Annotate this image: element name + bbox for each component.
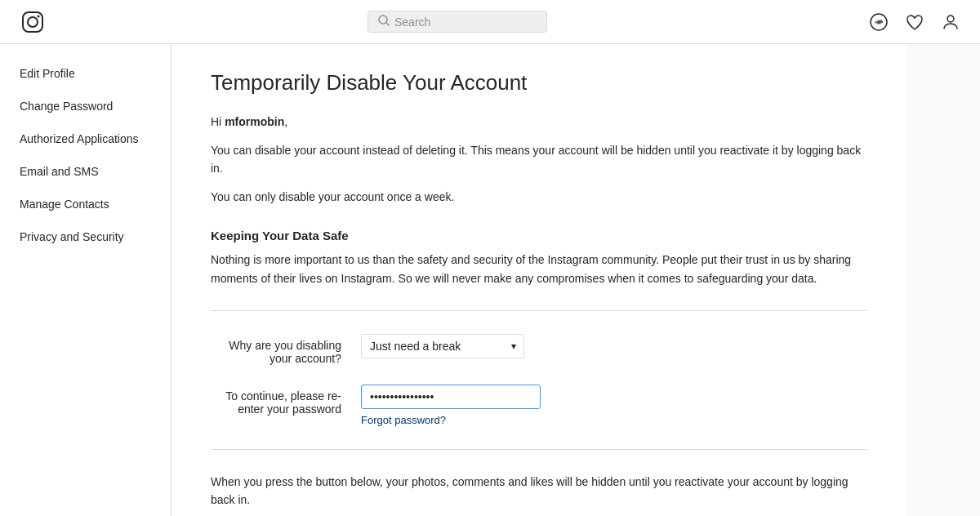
page-title: Temporarily Disable Your Account xyxy=(211,70,867,96)
forgot-password-link[interactable]: Forgot password? xyxy=(361,414,590,426)
divider-top xyxy=(211,310,867,311)
sidebar: Edit Profile Change Password Authorized … xyxy=(0,44,172,516)
greeting-suffix: , xyxy=(284,115,287,128)
top-navigation xyxy=(0,0,980,44)
greeting-text: Hi mformobin, xyxy=(211,115,867,128)
keeping-safe-title: Keeping Your Data Safe xyxy=(211,229,867,242)
reason-select[interactable]: Just need a break Too busy / too distrac… xyxy=(361,334,524,358)
search-input[interactable] xyxy=(394,16,537,29)
search-bar[interactable] xyxy=(368,11,547,33)
reason-dropdown[interactable]: Just need a break Too busy / too distrac… xyxy=(361,334,524,358)
keeping-safe-text: Nothing is more important to us than the… xyxy=(211,251,867,287)
svg-point-8 xyxy=(947,16,954,22)
sidebar-item-privacy-security[interactable]: Privacy and Security xyxy=(0,220,171,253)
divider-bottom xyxy=(211,449,867,450)
profile-icon[interactable] xyxy=(941,12,960,32)
sidebar-item-email-sms[interactable]: Email and SMS xyxy=(0,155,171,188)
description-2: You can only disable your account once a… xyxy=(211,188,867,206)
svg-point-2 xyxy=(38,15,40,17)
description-1: You can disable your account instead of … xyxy=(211,141,867,178)
compass-icon[interactable] xyxy=(869,12,889,32)
username: mformobin xyxy=(225,115,284,128)
svg-rect-0 xyxy=(23,12,42,32)
sidebar-item-authorized-apps[interactable]: Authorized Applications xyxy=(0,122,171,155)
password-row: To continue, please re-enter your passwo… xyxy=(211,385,867,426)
sidebar-item-change-password[interactable]: Change Password xyxy=(0,90,171,122)
reason-row: Why are you disablingyour account? Just … xyxy=(211,334,867,365)
sidebar-item-edit-profile[interactable]: Edit Profile xyxy=(0,57,171,90)
main-content: Temporarily Disable Your Account Hi mfor… xyxy=(172,44,906,516)
reason-label: Why are you disablingyour account? xyxy=(211,334,341,365)
instagram-logo[interactable] xyxy=(20,9,46,35)
svg-line-4 xyxy=(386,23,389,25)
password-field-wrapper: Forgot password? xyxy=(361,385,590,426)
password-label: To continue, please re-enter your passwo… xyxy=(211,385,341,416)
sidebar-item-manage-contacts[interactable]: Manage Contacts xyxy=(0,188,171,220)
greeting-prefix: Hi xyxy=(211,115,225,128)
page-layout: Edit Profile Change Password Authorized … xyxy=(0,0,980,516)
heart-icon[interactable] xyxy=(905,12,924,32)
svg-point-1 xyxy=(28,17,38,27)
reason-select-wrapper: Just need a break Too busy / too distrac… xyxy=(361,334,590,358)
nav-icons xyxy=(869,12,960,32)
password-input[interactable] xyxy=(361,385,541,409)
bottom-text: When you press the button below, your ph… xyxy=(211,473,867,509)
search-icon xyxy=(378,15,390,29)
